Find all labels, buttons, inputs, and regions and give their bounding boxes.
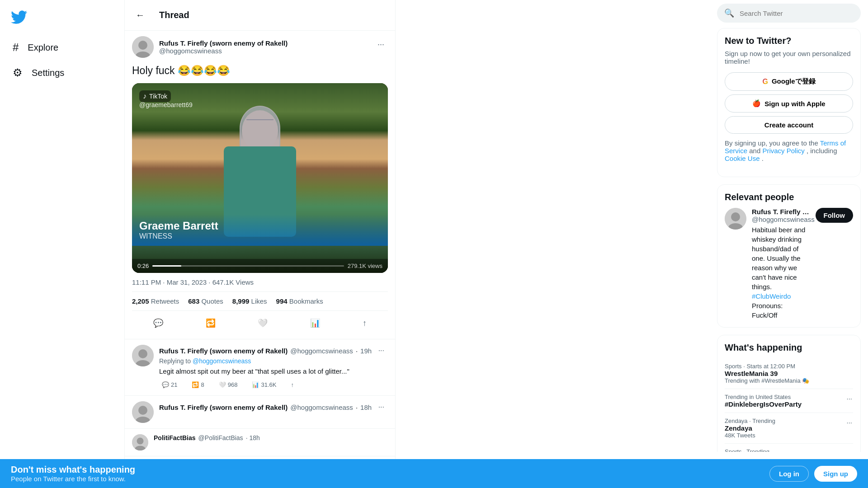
reply-username-2[interactable]: @hoggomcswineass (290, 404, 353, 411)
reply-username-3[interactable]: @PolitiFactBias (198, 434, 243, 441)
trend-more-btn-zendaya[interactable]: ··· (845, 418, 853, 427)
cookie-use-link[interactable]: Cookie Use (725, 155, 760, 162)
video-controls[interactable]: 0:26 279.1K views (132, 259, 388, 273)
relevant-person-username[interactable]: @hoggomcswineass (752, 216, 810, 223)
twitter-logo[interactable] (5, 4, 119, 32)
retweets-label: Retweets (151, 297, 179, 305)
sidebar-item-explore[interactable]: # Explore (5, 36, 119, 59)
terms-text: By signing up, you agree to the Terms of… (725, 139, 853, 162)
relevant-person-avatar[interactable] (725, 208, 746, 230)
reply-tweet-inner-1: Rufus T. Firefly (sworn enemy of Rakell)… (132, 345, 388, 390)
views-count[interactable]: 647.1K (212, 278, 234, 286)
reply-retweet-btn-1[interactable]: 🔁 8 (189, 380, 207, 390)
trend-name-dinkleberg: #DinklebergIsOverParty (725, 400, 802, 408)
stat-quotes[interactable]: 683 Quotes (188, 297, 223, 305)
search-input-wrapper[interactable]: 🔍 (717, 4, 861, 23)
trend-item-zendaya[interactable]: Zendaya · Trending Zendaya 48K Tweets ··… (725, 413, 853, 444)
username[interactable]: @hoggomcswineass (159, 47, 288, 55)
reply-like-btn-1[interactable]: 🤍 968 (216, 380, 241, 390)
right-sidebar: 🔍 New to Twitter? Sign up now to get you… (710, 0, 868, 452)
sidebar-item-settings[interactable]: ⚙ Settings (5, 61, 119, 84)
left-sidebar: # Explore ⚙ Settings (0, 0, 124, 488)
reply-reply-icon-1: 💬 (162, 381, 169, 388)
reply-more-btn-1[interactable]: ··· (375, 345, 388, 357)
trend-header-dinkleberg: Trending in United States #DinklebergIsO… (725, 394, 853, 408)
trend-item-dinkleberg[interactable]: Trending in United States #DinklebergIsO… (725, 389, 853, 413)
relevant-person-display-name[interactable]: Rufus T. Firefly (swor... (752, 208, 810, 216)
reply-views-btn-1[interactable]: 📊 31.6K (249, 380, 279, 390)
reply-button[interactable]: 💬 (150, 314, 167, 332)
retweets-count: 2,205 (132, 297, 149, 305)
trend-info-wrestlemania: Sports · Starts at 12:00 PM WrestleMania… (725, 363, 809, 384)
reply-display-name-3[interactable]: PolitiFactBias (154, 434, 196, 441)
video-progress-bar[interactable] (152, 265, 344, 267)
trend-sub-zendaya: 48K Tweets (725, 432, 775, 439)
club-weirdo-link[interactable]: #ClubWeirdo (752, 292, 791, 300)
share-button[interactable]: ↑ (359, 314, 370, 332)
video-progress-fill (152, 265, 181, 267)
trend-more-btn-dinkleberg[interactable]: ··· (845, 394, 853, 403)
trend-category-mudryk: Sports · Trending (725, 448, 769, 452)
privacy-policy-link[interactable]: Privacy Policy (762, 147, 804, 155)
reply-share-btn-1[interactable]: ↑ (288, 380, 297, 390)
reply-like-count-1: 968 (228, 381, 238, 388)
reply-content-2: Rufus T. Firefly (sworn enemy of Rakell)… (159, 401, 388, 423)
trend-more-btn-mudryk[interactable]: ··· (845, 448, 853, 452)
reply-avatar-2[interactable] (132, 401, 154, 423)
reply-avatar-3[interactable] (132, 434, 148, 450)
tiktok-text: TikTok (149, 93, 167, 100)
likes-count: 8,999 (232, 297, 250, 305)
stat-bookmarks[interactable]: 994 Bookmarks (276, 297, 323, 305)
display-name[interactable]: Rufus T. Firefly (sworn enemy of Rakell) (159, 39, 288, 47)
tweet-text: Holy fuck 😂😂😂😂 (132, 63, 388, 78)
reply-actions-1: 💬 21 🔁 8 🤍 968 📊 31. (159, 380, 388, 390)
create-account-button[interactable]: Create account (725, 116, 853, 134)
bookmarks-label: Bookmarks (289, 297, 323, 305)
trend-info-zendaya: Zendaya · Trending Zendaya 48K Tweets (725, 418, 775, 439)
views-button[interactable]: 📊 (307, 314, 324, 332)
reply-reply-btn-1[interactable]: 💬 21 (159, 380, 180, 390)
thread-header: ← Thread (125, 0, 395, 31)
reply-views-icon-1: 📊 (252, 381, 259, 388)
trend-item-wrestlemania[interactable]: Sports · Starts at 12:00 PM WrestleMania… (725, 358, 853, 389)
banner-login-button[interactable]: Log in (769, 466, 809, 482)
reply-reply-count-1: 21 (171, 381, 177, 388)
apple-signup-button[interactable]: 🍎 Sign up with Apple (725, 94, 853, 113)
retweet-button[interactable]: 🔁 (202, 314, 219, 332)
banner-signup-button[interactable]: Sign up (814, 466, 857, 482)
avatar[interactable] (132, 36, 154, 58)
back-button[interactable]: ← (132, 6, 148, 24)
reply-more-btn-2[interactable]: ··· (375, 401, 388, 413)
svg-point-4 (138, 349, 147, 358)
apple-icon: 🍎 (752, 99, 761, 108)
apple-signup-label: Sign up with Apple (764, 100, 825, 108)
reply-tweet-2: Rufus T. Firefly (sworn enemy of Rakell)… (125, 396, 395, 429)
tweet-video[interactable]: ♪ TikTok @graemebarrett69 Graeme Barrett… (132, 83, 388, 273)
like-button[interactable]: 🤍 (254, 314, 271, 332)
svg-point-10 (137, 438, 144, 445)
stat-retweets[interactable]: 2,205 Retweets (132, 297, 179, 305)
stat-likes[interactable]: 8,999 Likes (232, 297, 267, 305)
follow-button[interactable]: Follow (816, 208, 854, 223)
relevant-people-section: Relevant people Rufus T. Firefly (swor..… (717, 184, 861, 328)
trend-name-wrestlemania: WrestleMania 39 (725, 370, 809, 377)
share-icon: ↑ (363, 319, 367, 328)
tweet-actions: 💬 🔁 🤍 📊 ↑ (132, 313, 388, 333)
reply-display-name-1[interactable]: Rufus T. Firefly (sworn enemy of Rakell) (159, 347, 288, 355)
trend-category-wrestlemania: Sports · Starts at 12:00 PM (725, 363, 809, 370)
reply-display-name-2[interactable]: Rufus T. Firefly (sworn enemy of Rakell) (159, 404, 288, 411)
reply-tweet-3: PolitiFactBias @PolitiFactBias · 18h (125, 429, 395, 456)
main-content: ← Thread Rufus T. Firefly (sworn enemy o… (124, 0, 396, 488)
video-views-count: 279.1K views (348, 263, 382, 269)
svg-point-7 (138, 406, 147, 415)
tiktok-watermark: ♪ TikTok (139, 90, 171, 102)
reply-username-1[interactable]: @hoggomcswineass (290, 347, 353, 355)
video-person-title: WITNESS (139, 232, 381, 240)
reply-avatar-1[interactable] (132, 345, 154, 366)
trend-item-mudryk[interactable]: Sports · Trending Mudryk 29.4K Tweets ··… (725, 444, 853, 452)
search-input[interactable] (740, 9, 854, 17)
more-button[interactable]: ··· (374, 36, 388, 53)
google-signup-button[interactable]: G Googleで登録 (725, 72, 853, 91)
replying-to-link-1[interactable]: @hoggomcswineass (193, 357, 251, 365)
likes-label: Likes (251, 297, 267, 305)
